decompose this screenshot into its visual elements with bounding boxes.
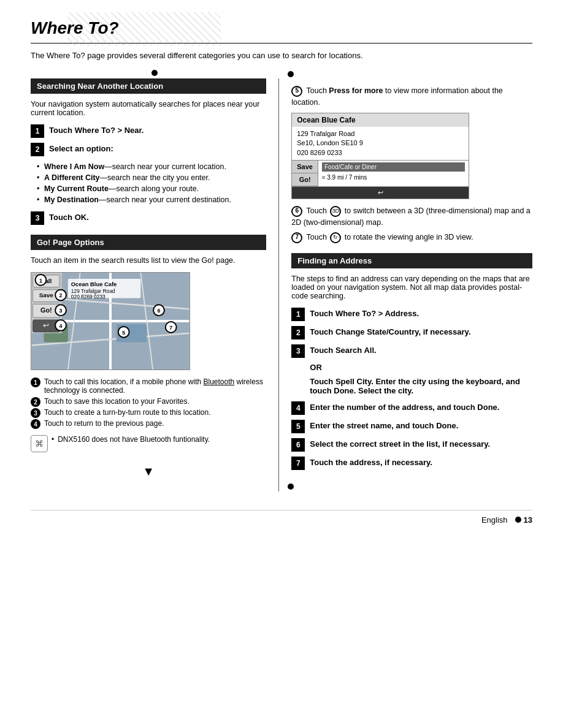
rstep-5-text: Enter the street name, and touch Done.	[310, 420, 458, 430]
svg-text:⌘: ⌘	[35, 439, 44, 449]
rstep-3-text: Touch Search All.	[310, 344, 376, 355]
section-address-header: Finding an Address	[291, 253, 532, 268]
annot-3: 3 Touch to create a turn-by-turn route t…	[31, 407, 266, 418]
svg-text:4: 4	[59, 323, 63, 329]
left-column: Searching Near Another Location Your nav…	[31, 78, 279, 491]
footer-page-num: 13	[524, 515, 532, 525]
page-container: Where To? The Where To? page provides se…	[0, 0, 563, 549]
svg-text:2: 2	[59, 292, 63, 298]
section-searching-header: Searching Near Another Location	[31, 78, 266, 94]
rstep-7: 7 Touch the address, if necessary.	[291, 457, 532, 470]
or-label: OR	[310, 363, 532, 372]
info-card-title: Ocean Blue Cafe	[292, 113, 469, 127]
rstep-1-text: Touch Where To? > Address.	[310, 308, 419, 318]
option-bullets: Where I Am Now—search near your current …	[37, 161, 266, 205]
rstep-num-3: 3	[291, 344, 305, 358]
annot-2: 2 Touch to save this location to your Fa…	[31, 396, 266, 407]
bluetooth-icon: ⌘	[31, 435, 48, 452]
svg-text:Ocean Blue Cafe: Ocean Blue Cafe	[71, 281, 117, 287]
section-go-body: Touch an item in the search results list…	[31, 256, 266, 265]
rstep-4-text: Enter the number of the address, and tou…	[310, 401, 499, 412]
rstep-7-text: Touch the address, if necessary.	[310, 457, 432, 467]
step5-circle: 5	[291, 86, 302, 97]
rstep-num-7: 7	[291, 457, 305, 470]
info-category: Food/Cafe or Diner	[322, 162, 465, 172]
info-card-row: Save Go! Food/Cafe or Diner ≈ 3.9 mi / 7…	[292, 160, 469, 186]
info-go-button[interactable]: Go!	[292, 173, 318, 186]
bullet-where-i-am: Where I Am Now—search near your current …	[37, 161, 266, 172]
map-graphic: Call Save Go! ↩ Ocean Blue Cafe 129	[31, 272, 190, 370]
rstep-4: 4 Enter the number of the address, and t…	[291, 401, 532, 415]
bullet-different-city: A Different City—search near the city yo…	[37, 172, 266, 183]
map-svg: Call Save Go! ↩ Ocean Blue Cafe 129	[31, 273, 190, 370]
rstep-2-text: Touch Change State/Country, if necessary…	[310, 326, 470, 336]
step-6-text: 6 Touch 3D to switch between a 3D (three…	[291, 205, 532, 228]
step-7-text: 7 Touch ↻ to rotate the viewing angle in…	[291, 232, 532, 243]
bt-note-row: ⌘ • DNX5160 does not have Bluetooth funt…	[31, 435, 266, 452]
rotate-icon: ↻	[330, 232, 341, 243]
step7-circle: 7	[291, 232, 302, 243]
annot-1: 1 Touch to call this location, if a mobi…	[31, 376, 266, 396]
rstep-5: 5 Enter the street name, and touch Done.	[291, 420, 532, 433]
3d-icon: 3D	[330, 206, 341, 217]
left-col-arrow-down: ▼	[142, 464, 155, 478]
svg-text:129 Trafalgar Road: 129 Trafalgar Road	[71, 288, 115, 294]
section-address-body: The steps to find an address can vary de…	[291, 275, 532, 300]
svg-text:1: 1	[39, 278, 42, 284]
svg-text:020 8269 0233: 020 8269 0233	[71, 294, 105, 300]
rstep-num-4: 4	[291, 401, 305, 415]
page-title: Where To?	[31, 18, 532, 38]
footer-language: English	[481, 515, 508, 525]
bullet-destination: My Destination—search near your current …	[37, 194, 266, 205]
section-finding-address: Finding an Address The steps to find an …	[291, 253, 532, 470]
step-3-touch-ok: 3 Touch OK.	[31, 211, 266, 225]
svg-text:↩: ↩	[43, 321, 49, 330]
rstep-3: 3 Touch Search All.	[291, 344, 532, 358]
info-save-button[interactable]: Save	[292, 161, 318, 173]
svg-text:7: 7	[169, 325, 172, 331]
step-1-text: Touch Where To? > Near.	[49, 124, 144, 135]
annotation-list: 1 Touch to call this location, if a mobi…	[31, 376, 266, 429]
footer: English 13	[31, 510, 532, 525]
intro-text: The Where To? page provides several diff…	[31, 51, 532, 60]
svg-text:6: 6	[158, 308, 161, 314]
step-num-2: 2	[31, 143, 44, 156]
section-searching-near: Searching Near Another Location Your nav…	[31, 78, 266, 225]
step-num-1: 1	[31, 124, 44, 138]
right-column: 5 Touch Press for more to view more info…	[279, 78, 532, 491]
step-2-select-option: 2 Select an option:	[31, 143, 266, 156]
step6-circle: 6	[291, 206, 302, 217]
annot-4: 4 Touch to return to the previous page.	[31, 418, 266, 429]
step-num-3: 3	[31, 211, 44, 225]
section-go-header: Go! Page Options	[31, 235, 266, 250]
info-card-address: 129 Trafalgar RoadSe10, London SE10 9020…	[292, 127, 469, 160]
footer-dot	[515, 517, 521, 523]
bt-note-text: DNX5160 does not have Bluetooth funtiona…	[58, 435, 210, 444]
info-card-buttons: Save Go!	[292, 161, 318, 186]
step-1-touch-where: 1 Touch Where To? > Near.	[31, 124, 266, 138]
press-for-more-bold: Press for more	[329, 86, 383, 95]
bullet-current-route: My Current Route—search along your route…	[37, 183, 266, 194]
rstep-num-6: 6	[291, 438, 305, 452]
info-card-back-button[interactable]: ↩	[292, 186, 469, 199]
svg-text:3: 3	[59, 308, 63, 314]
info-card: Ocean Blue Cafe 129 Trafalgar RoadSe10, …	[291, 113, 469, 199]
rstep-num-2: 2	[291, 326, 305, 339]
rstep-num-5: 5	[291, 420, 305, 433]
rstep-2: 2 Touch Change State/Country, if necessa…	[291, 326, 532, 339]
rstep-num-1: 1	[291, 308, 305, 321]
rstep-1: 1 Touch Where To? > Address.	[291, 308, 532, 321]
info-distance: ≈ 3.9 mi / 7 mins	[322, 173, 465, 182]
rstep-6-text: Select the correct street in the list, i…	[310, 438, 490, 449]
svg-text:Go!: Go!	[40, 306, 52, 314]
step-3-text: Touch OK.	[49, 211, 89, 222]
step-2-text: Select an option:	[49, 143, 113, 153]
rstep-6: 6 Select the correct street in the list,…	[291, 438, 532, 452]
step-5-text: 5 Touch Press for more to view more info…	[291, 85, 532, 108]
svg-text:Save: Save	[39, 292, 54, 298]
svg-text:5: 5	[122, 330, 125, 336]
info-card-detail: Food/Cafe or Diner ≈ 3.9 mi / 7 mins	[318, 161, 469, 186]
section-searching-body: Your navigation system automatically sea…	[31, 100, 266, 117]
spell-city-text: Touch Spell City. Enter the city using t…	[310, 377, 532, 395]
main-columns: Searching Near Another Location Your nav…	[31, 78, 532, 491]
